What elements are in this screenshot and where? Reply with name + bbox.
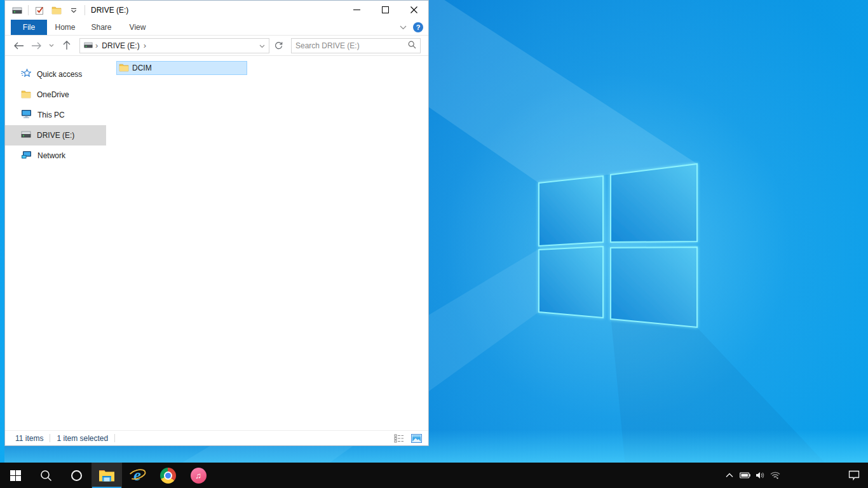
navigation-toolbar: › DRIVE (E:) › (5, 36, 428, 56)
sidebar-item-label: DRIVE (E:) (37, 131, 74, 140)
ribbon-tab-strip: File Home Share View ? (5, 20, 428, 36)
back-button[interactable] (11, 38, 26, 53)
expand-ribbon-chevron-icon[interactable] (400, 23, 407, 32)
taskbar-search-button[interactable] (31, 463, 61, 488)
taskbar: e ♫ (0, 463, 868, 488)
navigation-pane: Quick access OneDrive This PC (5, 56, 106, 430)
status-bar: 11 items 1 item selected (5, 430, 428, 445)
sidebar-item-drive-e[interactable]: DRIVE (E:) (5, 125, 106, 146)
search-icon[interactable] (408, 41, 416, 51)
forward-button[interactable] (29, 38, 44, 53)
taskbar-chrome-button[interactable] (153, 463, 183, 488)
tab-home[interactable]: Home (47, 20, 83, 35)
minimize-button[interactable] (342, 1, 371, 19)
file-explorer-window: DRIVE (E:) File Home Share View (4, 0, 429, 446)
file-list-panel[interactable]: DCIM (106, 56, 428, 430)
cortana-button[interactable] (61, 463, 92, 488)
sidebar-item-label: OneDrive (37, 90, 69, 99)
close-button[interactable] (400, 1, 428, 19)
sidebar-item-label: Quick access (37, 70, 82, 79)
breadcrumb-segment[interactable]: DRIVE (E:) (100, 41, 140, 50)
items-count: 11 items (15, 434, 43, 443)
folder-icon (21, 90, 31, 100)
sidebar-item-this-pc[interactable]: This PC (5, 105, 106, 125)
help-icon[interactable]: ? (413, 22, 423, 32)
status-separator (50, 434, 50, 442)
sidebar-item-onedrive[interactable]: OneDrive (5, 85, 106, 105)
battery-icon[interactable] (737, 463, 752, 488)
selection-count: 1 item selected (57, 434, 108, 443)
chrome-icon (160, 468, 176, 484)
recent-locations-chevron-icon[interactable] (46, 38, 57, 53)
customize-quick-access-toolbar-button[interactable] (67, 3, 80, 17)
desktop: DRIVE (E:) File Home Share View (0, 0, 868, 488)
taskbar-internet-explorer-button[interactable]: e (122, 463, 153, 488)
refresh-icon[interactable] (272, 38, 285, 53)
tab-view[interactable]: View (119, 20, 156, 35)
start-button[interactable] (0, 463, 31, 488)
address-dropdown-chevron-icon[interactable] (257, 41, 268, 50)
file-explorer-icon (98, 468, 115, 482)
drive-icon (11, 3, 24, 17)
drive-icon (21, 131, 31, 140)
cortana-icon (71, 470, 83, 482)
breadcrumb-chevron-icon[interactable]: › (95, 41, 98, 50)
volume-icon[interactable] (752, 463, 768, 488)
title-bar: DRIVE (E:) (5, 1, 428, 20)
sidebar-item-quick-access[interactable]: Quick access (5, 64, 106, 85)
status-separator (114, 434, 115, 442)
taskbar-file-explorer-button[interactable] (92, 463, 122, 488)
network-icon (21, 151, 32, 161)
drive-icon (84, 41, 93, 50)
large-icons-view-button[interactable] (410, 433, 422, 444)
action-center-icon (848, 470, 860, 480)
taskbar-itunes-button[interactable]: ♫ (183, 463, 214, 488)
tab-share[interactable]: Share (83, 20, 119, 35)
maximize-button[interactable] (371, 1, 400, 19)
address-bar[interactable]: › DRIVE (E:) › (79, 38, 269, 53)
window-title: DRIVE (E:) (91, 6, 128, 15)
quick-access-star-icon (21, 69, 31, 80)
details-view-button[interactable] (393, 433, 405, 444)
file-item-dcim[interactable]: DCIM (116, 61, 247, 75)
up-button[interactable] (59, 38, 74, 53)
caption-buttons (342, 1, 428, 20)
windows-logo-icon (10, 470, 21, 481)
toolbar-separator (85, 5, 85, 15)
new-folder-button[interactable] (50, 3, 63, 17)
itunes-icon: ♫ (191, 468, 207, 484)
breadcrumb-chevron-icon[interactable]: › (144, 41, 146, 50)
internet-explorer-icon: e (129, 467, 146, 484)
properties-button[interactable] (33, 3, 46, 17)
search-icon (40, 470, 52, 482)
quick-access-toolbar: DRIVE (E:) (5, 1, 128, 20)
sidebar-item-label: This PC (37, 111, 65, 119)
sidebar-item-network[interactable]: Network (5, 146, 106, 166)
action-center-button[interactable] (840, 463, 868, 488)
sidebar-item-label: Network (37, 151, 65, 160)
wifi-icon[interactable] (768, 463, 783, 488)
toolbar-separator (28, 5, 29, 15)
wallpaper-left-glow (0, 0, 4, 463)
this-pc-icon (21, 109, 32, 121)
folder-icon (119, 63, 129, 74)
tab-file[interactable]: File (11, 20, 47, 35)
file-item-label: DCIM (132, 64, 152, 72)
hidden-icons-chevron-icon[interactable] (722, 463, 737, 488)
search-box (291, 38, 421, 53)
search-input[interactable] (295, 41, 408, 50)
system-tray (722, 463, 783, 488)
